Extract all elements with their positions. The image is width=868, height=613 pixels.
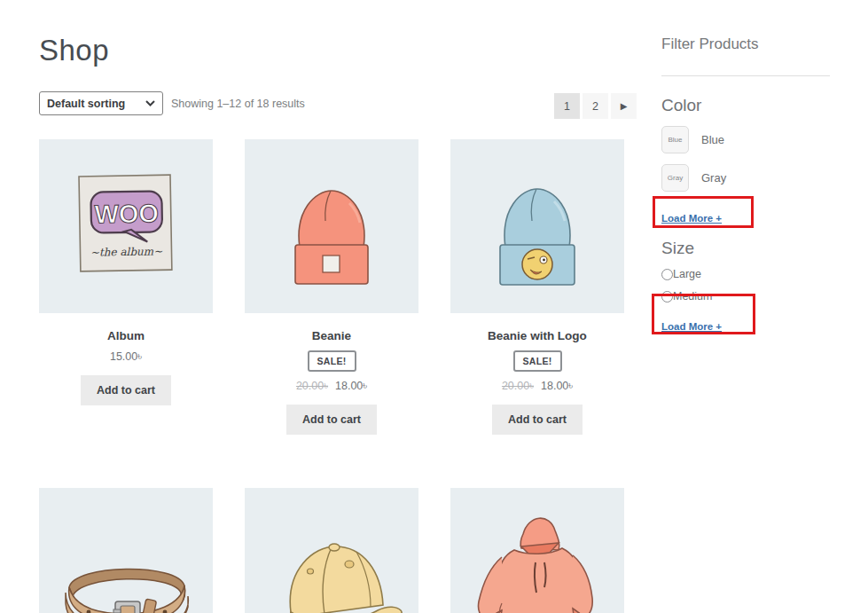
product-grid-row-1: WOO ~the album~ Album 15.00৳ Add to cart… [39, 139, 624, 435]
add-to-cart-button-beanie-with-logo[interactable]: Add to cart [492, 405, 583, 435]
product-image-hoodie[interactable] [450, 488, 624, 613]
svg-text:WOO: WOO [94, 199, 159, 228]
color-option-label: Blue [701, 133, 724, 146]
color-load-more-link[interactable]: Load More + [661, 213, 722, 224]
sidebar-title: Filter Products [661, 35, 830, 76]
sale-badge: SALE! [308, 350, 356, 372]
add-to-cart-button-beanie[interactable]: Add to cart [286, 405, 377, 435]
product-card-beanie: Beanie SALE! 20.00৳18.00৳ Add to cart [245, 139, 418, 435]
blue-swatch[interactable]: Blue [661, 126, 689, 153]
product-image-beanie-with-logo[interactable] [450, 139, 624, 313]
product-card-belt [39, 488, 213, 613]
product-title[interactable]: Beanie with Logo [450, 329, 624, 342]
product-title[interactable]: Album [39, 329, 213, 342]
next-arrow-icon: ▶ [621, 101, 628, 111]
product-grid-row-2 [39, 488, 624, 613]
size-option-large[interactable]: Large [661, 268, 830, 280]
product-price: 15.00৳ [39, 350, 213, 364]
radio-button-icon[interactable] [661, 291, 673, 303]
color-option-blue[interactable]: Blue Blue [661, 126, 830, 153]
size-facet-title: Size [661, 239, 830, 258]
product-image-beanie[interactable] [245, 139, 418, 313]
current-price: 18.00৳ [541, 380, 573, 392]
results-count: Showing 1–12 of 18 results [171, 98, 305, 110]
add-to-cart-button-album[interactable]: Add to cart [81, 375, 171, 405]
filter-sidebar: Filter Products Color Blue Blue Gray Gra… [661, 35, 830, 334]
product-price: 20.00৳18.00৳ [450, 380, 624, 393]
pagination: 1 2 ▶ [554, 93, 637, 119]
product-image-belt[interactable] [39, 488, 213, 613]
product-price: 20.00৳18.00৳ [245, 380, 418, 393]
page-title: Shop [39, 34, 109, 67]
size-option-label: Large [673, 268, 701, 280]
product-card-hoodie [450, 488, 624, 613]
size-load-more-link[interactable]: Load More + [661, 321, 722, 332]
radio-button-icon[interactable] [661, 269, 673, 280]
size-option-medium[interactable]: Medium [661, 290, 830, 303]
old-price: 20.00৳ [502, 380, 534, 392]
product-image-cap[interactable] [245, 488, 418, 613]
product-card-cap [245, 488, 418, 613]
product-card-album: WOO ~the album~ Album 15.00৳ Add to cart [39, 139, 213, 435]
product-image-album[interactable]: WOO ~the album~ [39, 139, 213, 313]
current-price: 18.00৳ [335, 380, 367, 392]
color-option-label: Gray [701, 171, 726, 185]
svg-text:~the album~: ~the album~ [90, 245, 163, 258]
pagination-page-1[interactable]: 1 [554, 93, 580, 119]
product-title[interactable]: Beanie [245, 329, 418, 342]
chevron-down-icon [145, 100, 155, 106]
sorting-dropdown-value: Default sorting [47, 98, 125, 110]
sorting-dropdown[interactable]: Default sorting [39, 91, 163, 115]
old-price: 20.00৳ [296, 380, 328, 392]
gray-swatch[interactable]: Gray [661, 164, 689, 192]
color-option-gray[interactable]: Gray Gray [661, 164, 830, 192]
pagination-page-2[interactable]: 2 [583, 93, 608, 119]
sale-badge: SALE! [513, 350, 562, 372]
pagination-next-button[interactable]: ▶ [611, 93, 637, 119]
product-card-beanie-with-logo: Beanie with Logo SALE! 20.00৳18.00৳ Add … [450, 139, 624, 435]
color-facet-title: Color [661, 96, 830, 115]
size-option-label: Medium [673, 290, 712, 303]
